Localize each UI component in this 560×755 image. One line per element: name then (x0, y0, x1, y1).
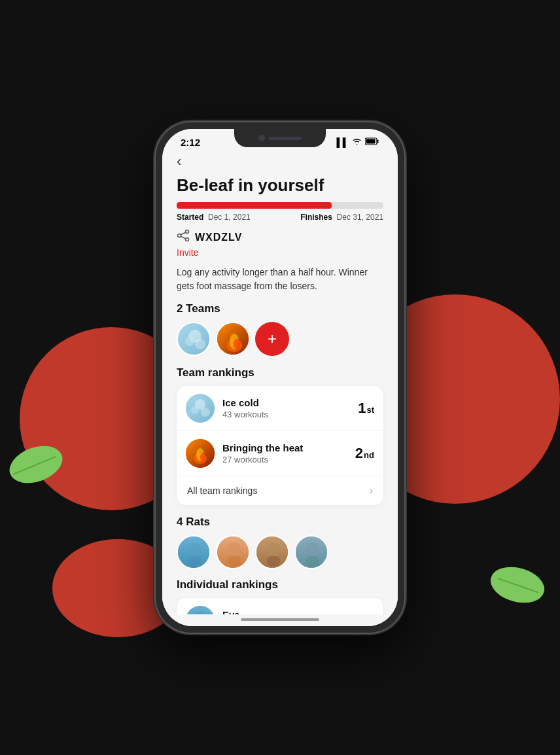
phone-shell: 2:12 ▌▌ (156, 122, 404, 633)
svg-rect-5 (377, 140, 379, 143)
leaf-right-decoration (488, 565, 547, 605)
ranking-name-eva: Eva (222, 609, 350, 614)
home-indicator (162, 614, 398, 626)
share-row: WXDZLV (177, 230, 383, 245)
rank-suffix-1: st (366, 405, 374, 415)
ranking-avatar-eva (186, 606, 215, 614)
progress-bar-container (177, 202, 383, 209)
ranking-name-fire: Bringing the heat (222, 442, 347, 453)
progress-bar-fill (177, 202, 332, 209)
svg-point-19 (234, 339, 240, 349)
individual-rankings-card: Eva 24 workouts 1 st (177, 598, 383, 614)
back-button[interactable]: ‹ (177, 153, 181, 170)
leaf-left-decoration (7, 445, 65, 484)
svg-point-32 (228, 542, 241, 557)
notch-camera (258, 135, 265, 141)
team-rankings-card: Ice cold 43 workouts 1 st (177, 386, 383, 505)
ranking-info-fire: Bringing the heat 27 workouts (222, 442, 347, 465)
svg-point-22 (191, 406, 199, 414)
svg-point-7 (186, 230, 189, 234)
end-date: Finishes Dec 31, 2021 (300, 213, 383, 222)
ranking-info-eva: Eva 24 workouts (222, 609, 350, 614)
rat-avatar-1[interactable] (177, 535, 211, 569)
svg-point-38 (306, 542, 319, 557)
ranking-position-1: 1 st (358, 400, 374, 417)
individual-rankings-title: Individual rankings (177, 578, 383, 591)
svg-rect-36 (267, 556, 280, 566)
ranking-position-2: 2 nd (355, 445, 374, 462)
svg-line-11 (181, 236, 186, 239)
team-avatar-ice[interactable] (177, 322, 211, 356)
signal-icon: ▌▌ (337, 137, 349, 147)
home-indicator-bar (241, 618, 319, 621)
team-avatar-fire[interactable] (216, 322, 250, 356)
svg-line-10 (181, 232, 186, 235)
rat-avatar-3[interactable] (255, 535, 289, 569)
rank-number-2: 2 (355, 445, 363, 462)
rats-section-title: 4 Rats (177, 516, 383, 529)
svg-point-9 (178, 234, 181, 237)
team-avatars: + (177, 322, 383, 356)
svg-point-8 (186, 238, 189, 241)
svg-rect-6 (366, 139, 376, 144)
svg-point-15 (195, 339, 205, 349)
svg-rect-30 (188, 556, 201, 566)
ranking-info-ice: Ice cold 43 workouts (222, 397, 350, 419)
ranking-avatar-ice (186, 394, 215, 423)
svg-point-23 (201, 408, 210, 417)
start-date: Started Dec 1, 2021 (177, 213, 251, 222)
chevron-right-icon: › (370, 485, 373, 497)
svg-point-14 (185, 337, 194, 346)
status-icons: ▌▌ (337, 137, 379, 147)
share-code: WXDZLV (195, 232, 242, 243)
notch-speaker (269, 137, 302, 140)
all-rankings-label: All team rankings (187, 485, 257, 496)
rank-suffix-2: nd (364, 450, 374, 460)
all-rankings-row[interactable]: All team rankings › (177, 476, 383, 505)
svg-point-27 (200, 453, 205, 462)
invite-link[interactable]: Invite (177, 247, 383, 258)
battery-icon (365, 137, 379, 147)
ranking-avatar-fire (186, 439, 215, 468)
table-row[interactable]: Eva 24 workouts 1 st (177, 598, 383, 614)
rat-avatar-4[interactable] (294, 535, 328, 569)
challenge-description: Log any activity longer than a half hour… (177, 266, 383, 293)
status-time: 2:12 (181, 137, 200, 148)
challenge-title: Be-leaf in yourself (177, 175, 383, 196)
ranking-name-ice: Ice cold (222, 397, 350, 408)
share-icon (177, 230, 190, 245)
svg-rect-39 (306, 556, 319, 566)
ranking-workouts-ice: 43 workouts (222, 410, 350, 419)
scene: 2:12 ▌▌ (0, 0, 560, 755)
rat-avatar-2[interactable] (216, 535, 250, 569)
table-row[interactable]: Ice cold 43 workouts 1 st (177, 386, 383, 431)
table-row[interactable]: Bringing the heat 27 workouts 2 nd (177, 431, 383, 476)
svg-rect-33 (228, 556, 241, 566)
add-team-button[interactable]: + (255, 322, 289, 356)
team-rankings-title: Team rankings (177, 366, 383, 379)
status-bar: 2:12 ▌▌ (162, 129, 398, 148)
rank-number-1: 1 (358, 400, 366, 417)
dates-row: Started Dec 1, 2021 Finishes Dec 31, 202… (177, 213, 383, 222)
rats-avatars (177, 535, 383, 569)
svg-point-35 (267, 542, 280, 557)
ranking-workouts-fire: 27 workouts (222, 455, 347, 465)
notch (234, 129, 326, 147)
teams-section-title: 2 Teams (177, 302, 383, 315)
screen-content[interactable]: ‹ Be-leaf in yourself Started Dec 1, 202… (162, 148, 398, 614)
phone-screen: 2:12 ▌▌ (162, 129, 398, 626)
svg-point-29 (188, 542, 201, 557)
wifi-icon (352, 137, 362, 147)
